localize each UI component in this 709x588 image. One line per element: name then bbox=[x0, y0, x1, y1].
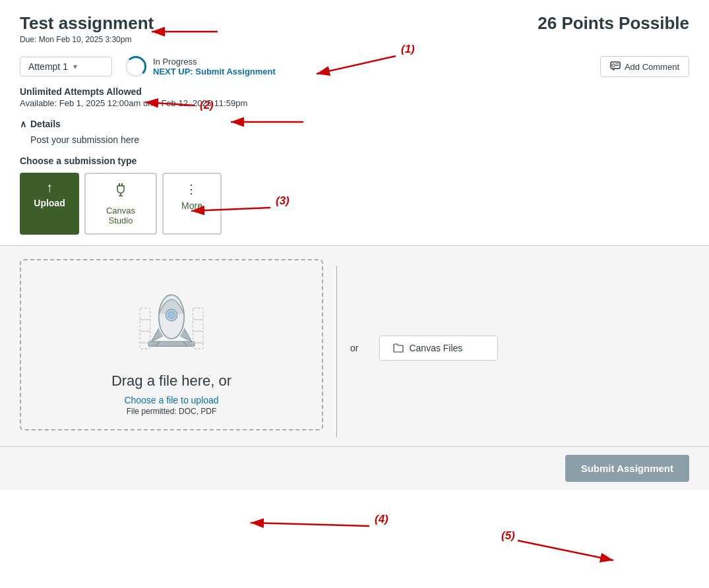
available-dates-text: Available: Feb 1, 2025 12:00am until Feb… bbox=[20, 98, 689, 108]
submit-assignment-button[interactable]: Submit Assignment bbox=[565, 455, 689, 482]
or-text: or bbox=[350, 343, 358, 353]
upload-button[interactable]: ↑ Upload bbox=[20, 173, 79, 235]
folder-icon bbox=[393, 343, 404, 353]
more-dots-icon: ⋮ bbox=[185, 182, 199, 196]
file-permitted-text: File permitted: DOC, PDF bbox=[127, 407, 217, 416]
add-comment-button[interactable]: Add Comment bbox=[600, 56, 689, 77]
upload-icon: ↑ bbox=[46, 181, 53, 194]
svg-text:(5): (5) bbox=[501, 529, 515, 542]
assignment-title: Test assignment bbox=[20, 13, 154, 34]
drag-text: Drag a file here, or bbox=[111, 372, 231, 390]
upload-label: Upload bbox=[34, 198, 65, 208]
canvas-files-label: Canvas Files bbox=[409, 343, 462, 353]
svg-point-10 bbox=[168, 312, 175, 319]
attempt-select[interactable]: Attempt 1 ▾ bbox=[20, 57, 112, 76]
submit-bar: Submit Assignment bbox=[0, 446, 709, 490]
in-progress-label: In Progress bbox=[153, 57, 276, 67]
svg-rect-1 bbox=[612, 64, 615, 67]
choose-file-link[interactable]: Choose a file to upload bbox=[124, 395, 218, 405]
details-content-text: Post your submission here bbox=[30, 134, 139, 145]
rocket-illustration bbox=[125, 274, 218, 366]
attempt-label: Attempt 1 bbox=[28, 61, 68, 72]
details-label: Details bbox=[30, 119, 61, 129]
chevron-down-icon: ▾ bbox=[73, 62, 77, 71]
submission-type-label: Choose a submission type bbox=[20, 156, 689, 166]
canvas-studio-label: Canvas Studio bbox=[96, 206, 145, 225]
vertical-divider bbox=[336, 266, 337, 437]
points-possible: 26 Points Possible bbox=[538, 13, 689, 34]
details-toggle[interactable]: ∧ Details bbox=[20, 119, 689, 129]
unlimited-attempts-label: Unlimited Attempts Allowed bbox=[20, 86, 689, 97]
next-up-text: NEXT UP: Submit Assignment bbox=[153, 67, 276, 76]
add-comment-label: Add Comment bbox=[625, 62, 679, 72]
plugin-icon bbox=[113, 182, 129, 202]
svg-text:(4): (4) bbox=[375, 513, 388, 525]
more-label: More bbox=[181, 200, 202, 211]
progress-circle-icon bbox=[125, 56, 146, 77]
due-date-text: Due: Mon Feb 10, 2025 3:30pm bbox=[20, 35, 131, 44]
canvas-files-button[interactable]: Canvas Files bbox=[379, 336, 498, 361]
chevron-down-icon: ∧ bbox=[20, 119, 26, 129]
comment-icon bbox=[610, 61, 621, 72]
canvas-studio-button[interactable]: Canvas Studio bbox=[84, 173, 157, 235]
upload-dropzone[interactable]: Drag a file here, or Choose a file to up… bbox=[20, 259, 323, 430]
more-button[interactable]: ⋮ More bbox=[162, 173, 222, 235]
